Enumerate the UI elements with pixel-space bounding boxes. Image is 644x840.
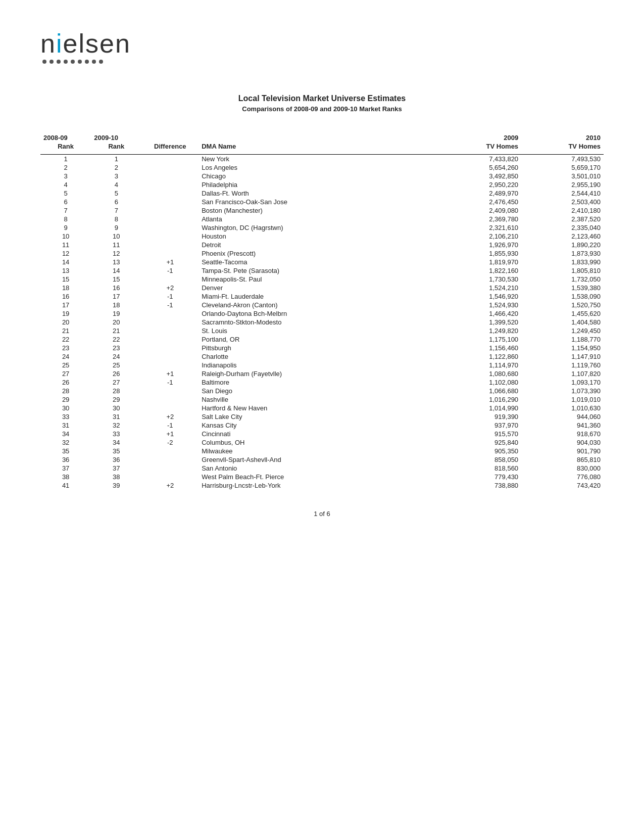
dma-cell: Atlanta bbox=[199, 215, 439, 223]
table-row: 88Atlanta2,369,7802,387,520 bbox=[40, 215, 604, 223]
rank2009-cell: 11 bbox=[91, 241, 141, 249]
table-row: 55Dallas-Ft. Worth2,489,9702,544,410 bbox=[40, 189, 604, 198]
rank2009-cell: 32 bbox=[91, 421, 141, 430]
tv2010-cell: 941,360 bbox=[521, 421, 604, 430]
tv2010-cell: 1,147,910 bbox=[521, 352, 604, 361]
dma-cell: San Antonio bbox=[199, 464, 439, 473]
tv2009-cell: 1,249,820 bbox=[439, 326, 521, 335]
tv2010-cell: 1,119,760 bbox=[521, 361, 604, 369]
diff-cell bbox=[141, 318, 199, 326]
dot-5 bbox=[71, 60, 75, 64]
table-row: 2222Portland, OR1,175,1001,188,770 bbox=[40, 335, 604, 344]
rank2009-cell: 13 bbox=[91, 258, 141, 266]
table-row: 33Chicago3,492,8503,501,010 bbox=[40, 172, 604, 180]
tv2010-cell: 1,073,390 bbox=[521, 387, 604, 395]
tv2010-cell: 2,544,410 bbox=[521, 189, 604, 198]
main-title: Local Television Market Universe Estimat… bbox=[40, 94, 604, 103]
tv2010-cell: 3,501,010 bbox=[521, 172, 604, 180]
tv2009-cell: 2,476,450 bbox=[439, 198, 521, 206]
tv2010-cell: 7,493,530 bbox=[521, 155, 604, 164]
tv2009-cell: 1,546,920 bbox=[439, 292, 521, 301]
dma-cell: Tampa-St. Pete (Sarasota) bbox=[199, 266, 439, 275]
header-rank2008-year: 2008-09 bbox=[40, 133, 91, 143]
rank2008-cell: 20 bbox=[40, 318, 91, 326]
rank2009-cell: 10 bbox=[91, 232, 141, 241]
diff-cell: -2 bbox=[141, 438, 199, 447]
rank2009-cell: 34 bbox=[91, 438, 141, 447]
dma-cell: Washington, DC (Hagrstwn) bbox=[199, 223, 439, 232]
dma-cell: Kansas City bbox=[199, 421, 439, 430]
rank2009-cell: 14 bbox=[91, 266, 141, 275]
dot-8 bbox=[92, 60, 96, 64]
table-row: 3636Greenvll-Spart-Ashevll-And858,050865… bbox=[40, 455, 604, 464]
rank2009-cell: 6 bbox=[91, 198, 141, 206]
rank2009-cell: 4 bbox=[91, 180, 141, 189]
table-row: 1919Orlando-Daytona Bch-Melbrn1,466,4201… bbox=[40, 309, 604, 318]
dma-cell: Greenvll-Spart-Ashevll-And bbox=[199, 455, 439, 464]
tv2010-cell: 918,670 bbox=[521, 430, 604, 438]
header-rank2008-label: Rank bbox=[40, 143, 91, 155]
tv2010-cell: 2,123,460 bbox=[521, 232, 604, 241]
diff-cell: +2 bbox=[141, 481, 199, 490]
diff-cell bbox=[141, 172, 199, 180]
logo-area: nielsen bbox=[40, 30, 604, 64]
tv2009-cell: 1,016,290 bbox=[439, 395, 521, 404]
dma-cell: Sacramnto-Stkton-Modesto bbox=[199, 318, 439, 326]
table-row: 66San Francisco-Oak-San Jose2,476,4502,5… bbox=[40, 198, 604, 206]
rank2009-cell: 25 bbox=[91, 361, 141, 369]
header-tv2009-year: 2009 bbox=[439, 133, 521, 143]
diff-cell bbox=[141, 404, 199, 412]
rank2009-cell: 35 bbox=[91, 447, 141, 455]
rank2009-cell: 28 bbox=[91, 387, 141, 395]
dot-1 bbox=[42, 60, 46, 64]
rank2008-cell: 4 bbox=[40, 180, 91, 189]
tv2010-cell: 1,833,990 bbox=[521, 258, 604, 266]
table-row: 1718-1Cleveland-Akron (Canton)1,524,9301… bbox=[40, 301, 604, 309]
dma-cell: Harrisburg-Lncstr-Leb-York bbox=[199, 481, 439, 490]
diff-cell bbox=[141, 447, 199, 455]
table-row: 99Washington, DC (Hagrstwn)2,321,6102,33… bbox=[40, 223, 604, 232]
table-row: 3331+2Salt Lake City919,390944,060 bbox=[40, 412, 604, 421]
dma-cell: Hartford & New Haven bbox=[199, 404, 439, 412]
rank2008-cell: 7 bbox=[40, 206, 91, 215]
rank2008-cell: 24 bbox=[40, 352, 91, 361]
rank2008-cell: 8 bbox=[40, 215, 91, 223]
rank2009-cell: 30 bbox=[91, 404, 141, 412]
tv2010-cell: 830,000 bbox=[521, 464, 604, 473]
table-row: 2424Charlotte1,122,8601,147,910 bbox=[40, 352, 604, 361]
tv2009-cell: 1,080,680 bbox=[439, 369, 521, 378]
dma-cell: Columbus, OH bbox=[199, 438, 439, 447]
tv2010-cell: 2,387,520 bbox=[521, 215, 604, 223]
nielsen-dots bbox=[42, 60, 103, 64]
rank2009-cell: 2 bbox=[91, 163, 141, 172]
tv2010-cell: 2,503,400 bbox=[521, 198, 604, 206]
rank2009-cell: 21 bbox=[91, 326, 141, 335]
table-row: 3132-1Kansas City937,970941,360 bbox=[40, 421, 604, 430]
rank2009-cell: 39 bbox=[91, 481, 141, 490]
table-row: 3535Milwaukee905,350901,790 bbox=[40, 447, 604, 455]
tv2009-cell: 937,970 bbox=[439, 421, 521, 430]
diff-cell: +1 bbox=[141, 369, 199, 378]
rank2008-cell: 19 bbox=[40, 309, 91, 318]
rank2008-cell: 27 bbox=[40, 369, 91, 378]
diff-cell bbox=[141, 309, 199, 318]
table-row: 2726+1Raleigh-Durham (Fayetvlle)1,080,68… bbox=[40, 369, 604, 378]
diff-cell bbox=[141, 387, 199, 395]
diff-cell bbox=[141, 335, 199, 344]
rank2008-cell: 32 bbox=[40, 438, 91, 447]
header-diff-spacer bbox=[141, 133, 199, 143]
rank2008-cell: 21 bbox=[40, 326, 91, 335]
dma-cell: Detroit bbox=[199, 241, 439, 249]
tv2010-cell: 2,410,180 bbox=[521, 206, 604, 215]
tv2010-cell: 904,030 bbox=[521, 438, 604, 447]
tv2009-cell: 1,102,080 bbox=[439, 378, 521, 387]
table-row: 4139+2Harrisburg-Lncstr-Leb-York738,8807… bbox=[40, 481, 604, 490]
rank2009-cell: 8 bbox=[91, 215, 141, 223]
diff-cell bbox=[141, 344, 199, 352]
rank2009-cell: 31 bbox=[91, 412, 141, 421]
rank2009-cell: 23 bbox=[91, 344, 141, 352]
header-tv2010-year: 2010 bbox=[521, 133, 604, 143]
table-row: 3030Hartford & New Haven1,014,9901,010,6… bbox=[40, 404, 604, 412]
dot-7 bbox=[85, 60, 89, 64]
dma-cell: Charlotte bbox=[199, 352, 439, 361]
